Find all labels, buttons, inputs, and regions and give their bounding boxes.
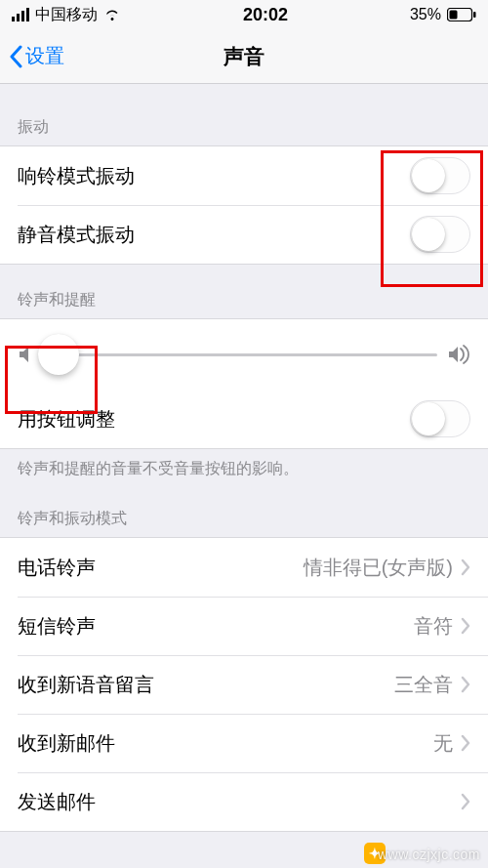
row-label: 用按钮调整 xyxy=(18,406,410,433)
row-sentmail[interactable]: 发送邮件 xyxy=(0,772,488,831)
group-ringer: 用按钮调整 xyxy=(0,318,488,449)
toggle-change-with-buttons[interactable] xyxy=(410,400,470,437)
status-bar: 中国移动 20:02 35% xyxy=(0,0,488,29)
row-ring-vibrate: 响铃模式振动 xyxy=(0,146,488,205)
row-value: 情非得已(女声版) xyxy=(304,555,453,581)
section-header-patterns: 铃声和振动模式 xyxy=(0,483,488,537)
carrier-label: 中国移动 xyxy=(35,5,98,25)
row-texttone[interactable]: 短信铃声 音符 xyxy=(0,597,488,655)
section-header-ringer: 铃声和提醒 xyxy=(0,265,488,318)
nav-bar: 设置 声音 xyxy=(0,29,488,84)
row-silent-vibrate: 静音模式振动 xyxy=(0,205,488,264)
group-vibration: 响铃模式振动 静音模式振动 xyxy=(0,145,488,265)
page-title: 声音 xyxy=(224,43,264,70)
status-left: 中国移动 xyxy=(12,5,121,25)
wifi-icon xyxy=(103,8,121,21)
volume-low-icon xyxy=(18,345,33,364)
chevron-left-icon xyxy=(8,45,23,68)
row-label: 短信铃声 xyxy=(18,613,414,640)
signal-bars-icon xyxy=(12,8,29,21)
row-label: 电话铃声 xyxy=(18,555,304,581)
row-label: 发送邮件 xyxy=(18,789,453,815)
row-change-with-buttons: 用按钮调整 xyxy=(0,390,488,448)
watermark-text: www.czjxjc.com xyxy=(378,847,480,862)
row-newmail[interactable]: 收到新邮件 无 xyxy=(0,714,488,772)
row-ringtone[interactable]: 电话铃声 情非得已(女声版) xyxy=(0,538,488,597)
row-label: 收到新邮件 xyxy=(18,730,433,757)
back-button[interactable]: 设置 xyxy=(8,43,64,69)
status-right: 35% xyxy=(410,6,476,23)
row-label: 响铃模式振动 xyxy=(18,163,410,189)
group-patterns: 电话铃声 情非得已(女声版) 短信铃声 音符 收到新语音留言 三全音 收到新邮件… xyxy=(0,537,488,832)
chevron-right-icon xyxy=(461,793,470,810)
row-label: 收到新语音留言 xyxy=(18,672,394,698)
section-footer-ringer: 铃声和提醒的音量不受音量按钮的影响。 xyxy=(0,449,488,483)
battery-percent: 35% xyxy=(410,6,441,23)
svg-rect-1 xyxy=(449,11,457,20)
section-header-vibration: 振动 xyxy=(0,84,488,145)
row-volume-slider xyxy=(0,319,488,390)
chevron-right-icon xyxy=(461,617,470,635)
svg-rect-2 xyxy=(473,12,476,18)
row-value: 三全音 xyxy=(394,672,453,698)
row-voicemail[interactable]: 收到新语音留言 三全音 xyxy=(0,655,488,714)
volume-high-icon xyxy=(447,345,470,364)
row-value: 音符 xyxy=(414,613,453,640)
row-label: 静音模式振动 xyxy=(18,222,410,248)
slider-thumb[interactable] xyxy=(38,334,79,375)
page-root: 中国移动 20:02 35% 设置 声音 振动 响铃模式振动 xyxy=(0,0,488,868)
battery-icon xyxy=(447,8,476,21)
clock: 20:02 xyxy=(243,5,288,25)
chevron-right-icon xyxy=(461,558,470,576)
volume-slider[interactable] xyxy=(43,353,437,356)
row-value: 无 xyxy=(433,730,453,757)
chevron-right-icon xyxy=(461,676,470,693)
chevron-right-icon xyxy=(461,734,470,752)
toggle-ring-vibrate[interactable] xyxy=(410,157,470,194)
toggle-silent-vibrate[interactable] xyxy=(410,216,470,253)
back-label: 设置 xyxy=(25,43,64,69)
